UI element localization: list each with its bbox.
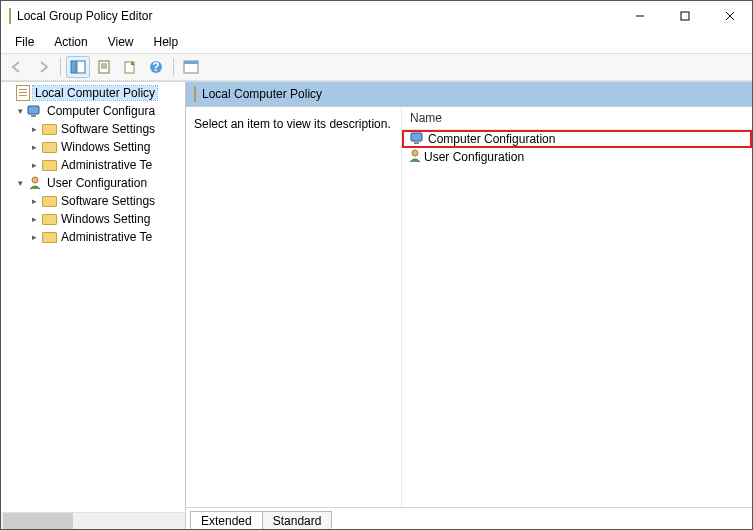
svg-text:?: ?: [152, 60, 159, 74]
computer-icon: [410, 131, 426, 148]
user-icon: [408, 149, 422, 166]
tree-label: Software Settings: [59, 122, 157, 136]
menu-view[interactable]: View: [98, 33, 144, 51]
tree-label: Computer Configura: [45, 104, 157, 118]
list-item-computer-config[interactable]: Computer Configuration: [402, 130, 752, 148]
svg-point-17: [32, 177, 38, 183]
tree-root[interactable]: Local Computer Policy: [1, 84, 185, 102]
svg-rect-14: [184, 61, 198, 64]
collapsed-arrow-icon[interactable]: ▸: [27, 232, 41, 242]
svg-rect-19: [414, 142, 419, 144]
help-button[interactable]: ?: [144, 56, 168, 78]
forward-button[interactable]: [31, 56, 55, 78]
folder-icon: [41, 157, 57, 173]
window-title: Local Group Policy Editor: [17, 9, 152, 23]
description-panel: Select an item to view its description.: [186, 107, 401, 507]
tree-label: Windows Setting: [59, 212, 152, 226]
properties-button[interactable]: [92, 56, 116, 78]
back-button[interactable]: [5, 56, 29, 78]
tree-user-config[interactable]: ▾ User Configuration: [1, 174, 185, 192]
list-item-label: Computer Configuration: [428, 132, 555, 146]
description-text: Select an item to view its description.: [194, 117, 391, 131]
tree-software-settings[interactable]: ▸ Software Settings: [1, 120, 185, 138]
menu-action[interactable]: Action: [44, 33, 97, 51]
titlebar: Local Group Policy Editor: [1, 1, 752, 31]
svg-rect-15: [28, 106, 39, 114]
folder-icon: [41, 139, 57, 155]
content-area: Local Computer Policy ▾ Computer Configu…: [1, 81, 752, 529]
expanded-arrow-icon[interactable]: ▾: [13, 106, 27, 116]
toolbar-separator: [60, 58, 61, 76]
toolbar-separator: [173, 58, 174, 76]
close-button[interactable]: [707, 1, 752, 31]
svg-point-20: [412, 150, 418, 156]
tree-horizontal-scrollbar[interactable]: [1, 512, 185, 529]
scrollbar-thumb[interactable]: [3, 513, 73, 529]
svg-rect-18: [411, 133, 422, 141]
tab-standard[interactable]: Standard: [262, 511, 333, 530]
tree-root-label: Local Computer Policy: [33, 86, 157, 100]
svg-rect-5: [77, 61, 85, 73]
tree-view[interactable]: Local Computer Policy ▾ Computer Configu…: [1, 82, 185, 512]
export-button[interactable]: [118, 56, 142, 78]
svg-rect-16: [31, 115, 36, 117]
menu-file[interactable]: File: [5, 33, 44, 51]
tree-admin-templates[interactable]: ▸ Administrative Te: [1, 228, 185, 246]
policy-icon: [15, 85, 31, 101]
menubar: File Action View Help: [1, 31, 752, 53]
folder-icon: [41, 211, 57, 227]
toolbar: ?: [1, 53, 752, 81]
view-tabs: Extended Standard: [186, 507, 752, 529]
list-item-label: User Configuration: [424, 150, 524, 164]
policy-icon: [194, 87, 196, 101]
tree-windows-settings[interactable]: ▸ Windows Setting: [1, 138, 185, 156]
folder-icon: [41, 193, 57, 209]
user-icon: [27, 175, 43, 191]
collapsed-arrow-icon[interactable]: ▸: [27, 160, 41, 170]
tree-admin-templates[interactable]: ▸ Administrative Te: [1, 156, 185, 174]
svg-rect-6: [99, 61, 109, 73]
details-pane: Local Computer Policy Select an item to …: [186, 82, 752, 529]
folder-icon: [41, 229, 57, 245]
tree-label: User Configuration: [45, 176, 149, 190]
collapsed-arrow-icon[interactable]: ▸: [27, 124, 41, 134]
maximize-button[interactable]: [662, 1, 707, 31]
filter-button[interactable]: [179, 56, 203, 78]
details-title: Local Computer Policy: [202, 87, 322, 101]
collapsed-arrow-icon[interactable]: ▸: [27, 142, 41, 152]
collapsed-arrow-icon[interactable]: ▸: [27, 214, 41, 224]
svg-rect-1: [681, 12, 689, 20]
collapsed-arrow-icon[interactable]: ▸: [27, 196, 41, 206]
menu-help[interactable]: Help: [144, 33, 189, 51]
tree-software-settings[interactable]: ▸ Software Settings: [1, 192, 185, 210]
tree-computer-config[interactable]: ▾ Computer Configura: [1, 102, 185, 120]
list-item-user-config[interactable]: User Configuration: [402, 148, 752, 166]
tree-windows-settings[interactable]: ▸ Windows Setting: [1, 210, 185, 228]
tab-extended[interactable]: Extended: [190, 511, 263, 530]
folder-icon: [41, 121, 57, 137]
tree-label: Administrative Te: [59, 230, 154, 244]
details-body: Select an item to view its description. …: [186, 106, 752, 507]
list-panel: Name Computer Configuration User Configu…: [401, 107, 752, 507]
details-header: Local Computer Policy: [186, 82, 752, 106]
expanded-arrow-icon[interactable]: ▾: [13, 178, 27, 188]
column-header-name[interactable]: Name: [402, 107, 752, 130]
tree-label: Administrative Te: [59, 158, 154, 172]
minimize-button[interactable]: [617, 1, 662, 31]
computer-icon: [27, 103, 43, 119]
tree-label: Software Settings: [59, 194, 157, 208]
tree-label: Windows Setting: [59, 140, 152, 154]
svg-rect-4: [71, 61, 76, 73]
show-tree-button[interactable]: [66, 56, 90, 78]
app-icon: [9, 9, 11, 23]
tree-pane: Local Computer Policy ▾ Computer Configu…: [1, 82, 186, 529]
